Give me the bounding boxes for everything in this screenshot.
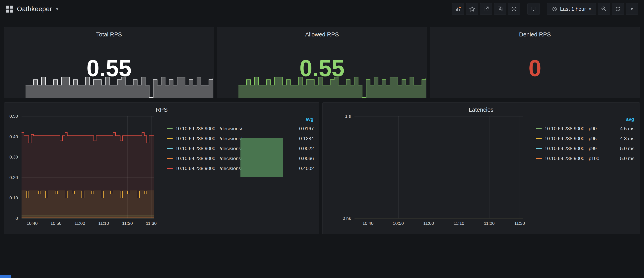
cycle-view-button[interactable]: [527, 3, 540, 15]
y-axis: 0.500.400.300.200.100: [4, 116, 22, 219]
rps-plot[interactable]: [22, 116, 154, 219]
clock-icon: [552, 6, 557, 12]
legend-item[interactable]: 10.10.69.238:9000 - /decisions/0.0066: [167, 154, 314, 164]
x-tick-label: 10:50: [393, 221, 404, 226]
legend-avg-header[interactable]: avg: [167, 116, 314, 124]
caret-down-icon: ▾: [589, 6, 591, 11]
series-color-swatch[interactable]: [167, 168, 173, 169]
legend-item[interactable]: 10.10.69.238:9000 - p1005.0 ms: [536, 154, 634, 164]
y-axis: 1 s0 ns: [322, 116, 354, 219]
legend-item[interactable]: 10.10.69.238:9000 - /decisions/0.1284: [167, 134, 314, 144]
add-panel-button[interactable]: [452, 3, 464, 15]
time-range-label: Last 1 hour: [560, 6, 586, 12]
legend-item[interactable]: 10.10.69.238:9000 - /decisions/0.4002: [167, 164, 314, 173]
dashboard: Total RPS 0.55 Allowed RPS 0.55 Denied R…: [0, 18, 644, 234]
add-panel-icon: [455, 6, 461, 12]
x-tick-label: 11:10: [454, 221, 464, 226]
series-avg-value: 0.0022: [284, 146, 314, 151]
star-icon: [469, 6, 475, 12]
series-name[interactable]: 10.10.69.238:9000 - p95: [544, 136, 604, 141]
denied-rps-value: 0: [430, 57, 640, 80]
refresh-interval-button[interactable]: ▾: [626, 3, 638, 15]
series-name[interactable]: 10.10.69.238:9000 - p90: [544, 126, 604, 131]
x-axis: 10:4010:5011:0011:1011:2011:30: [22, 219, 154, 228]
legend-item[interactable]: 10.10.69.238:9000 - p995.0 ms: [536, 144, 634, 154]
dashboard-picker-button[interactable]: Oathkeeper ▾: [6, 5, 58, 13]
y-tick-label: 0.10: [9, 195, 18, 201]
series-avg-value: 4.8 ms: [604, 136, 634, 141]
series-name[interactable]: 10.10.69.238:9000 - /decisions/: [176, 126, 284, 131]
y-tick-label: 0 ns: [342, 216, 351, 221]
allowed-rps-value: 0.55: [217, 57, 427, 80]
x-tick-label: 11:20: [122, 221, 132, 226]
legend-item[interactable]: 10.10.69.238:9000 - p904.5 ms: [536, 124, 634, 134]
series-color-swatch[interactable]: [536, 148, 542, 149]
time-range-picker-button[interactable]: Last 1 hour ▾: [547, 3, 596, 15]
panel-total-rps: Total RPS 0.55: [4, 27, 214, 98]
series-color-swatch[interactable]: [167, 148, 173, 149]
graphs-row: RPS 0.500.400.300.200.100 10:4010:5011:0…: [4, 102, 640, 234]
x-tick-label: 10:40: [362, 221, 374, 226]
series-name[interactable]: 10.10.69.238:9000 - p99: [544, 146, 604, 151]
series-color-swatch[interactable]: [536, 138, 542, 139]
share-button[interactable]: [480, 3, 492, 15]
monitor-icon: [530, 6, 537, 12]
panel-title[interactable]: Denied RPS: [430, 27, 640, 38]
panel-rps: RPS 0.500.400.300.200.100 10:4010:5011:0…: [4, 102, 319, 234]
save-icon: [497, 6, 503, 12]
y-tick-label: 1 s: [345, 114, 351, 119]
series-color-swatch[interactable]: [167, 138, 173, 139]
navbar-right: Last 1 hour ▾ ▾: [450, 3, 638, 15]
panel-title[interactable]: Allowed RPS: [217, 27, 427, 38]
stats-row: Total RPS 0.55 Allowed RPS 0.55 Denied R…: [4, 27, 640, 98]
x-tick-label: 11:00: [423, 221, 434, 226]
legend: avg 10.10.69.238:9000 - /decisions/0.016…: [154, 116, 319, 228]
y-tick-label: 0.50: [9, 114, 18, 119]
refresh-button[interactable]: [612, 3, 624, 15]
zoom-out-button[interactable]: [598, 3, 610, 15]
series-color-swatch[interactable]: [536, 128, 542, 129]
series-fill: [22, 133, 154, 219]
latencies-plot[interactable]: [354, 116, 523, 219]
panel-title[interactable]: Latencies: [322, 103, 640, 113]
panel-title[interactable]: RPS: [4, 103, 319, 113]
bottom-left-blue-strip: [0, 275, 11, 278]
share-icon: [483, 6, 489, 12]
series-avg-value: 0.0066: [284, 156, 314, 161]
panel-latencies: Latencies 1 s0 ns 10:4010:5011:0011:1011…: [322, 102, 640, 234]
x-tick-label: 11:10: [98, 221, 109, 226]
y-tick-label: 0: [16, 216, 18, 221]
series-avg-value: 0.0167: [284, 126, 314, 131]
legend-item[interactable]: 10.10.69.238:9000 - /decisions/0.0167: [167, 124, 314, 134]
legend-rows: 10.10.69.238:9000 - p904.5 ms10.10.69.23…: [536, 124, 634, 164]
legend-item[interactable]: 10.10.69.238:9000 - /decisions/0.0022: [167, 144, 314, 154]
refresh-icon: [615, 6, 621, 12]
save-button[interactable]: [494, 3, 506, 15]
caret-down-icon: ▾: [631, 6, 633, 11]
x-axis: 10:4010:5011:0011:1011:2011:30: [354, 219, 523, 228]
series-color-swatch[interactable]: [536, 158, 542, 159]
graph-body: 1 s0 ns 10:4010:5011:0011:1011:2011:30 a…: [322, 116, 640, 228]
series-avg-value: 0.4002: [284, 166, 314, 171]
dashboard-title: Oathkeeper: [17, 5, 52, 13]
series-color-swatch[interactable]: [167, 128, 173, 129]
panel-allowed-rps: Allowed RPS 0.55: [217, 27, 427, 98]
caret-down-icon: ▾: [56, 6, 58, 11]
panel-title[interactable]: Total RPS: [4, 27, 214, 38]
series-avg-value: 4.5 ms: [604, 126, 634, 131]
apps-grid-icon: [6, 5, 13, 12]
legend: avg 10.10.69.238:9000 - p904.5 ms10.10.6…: [523, 116, 640, 228]
series-name[interactable]: 10.10.69.238:9000 - p100: [544, 156, 604, 161]
x-tick-label: 10:50: [50, 221, 62, 226]
y-tick-label: 0.40: [9, 134, 18, 139]
series-color-swatch[interactable]: [167, 158, 173, 159]
x-tick-label: 11:00: [74, 221, 85, 226]
y-tick-label: 0.30: [9, 155, 18, 160]
settings-button[interactable]: [508, 3, 520, 15]
legend-rows: 10.10.69.238:9000 - /decisions/0.016710.…: [167, 124, 314, 173]
star-button[interactable]: [466, 3, 478, 15]
x-tick-label: 11:20: [484, 221, 494, 226]
legend-item[interactable]: 10.10.69.238:9000 - p954.8 ms: [536, 134, 634, 144]
series-avg-value: 0.1284: [284, 136, 314, 141]
legend-avg-header[interactable]: avg: [536, 116, 634, 124]
